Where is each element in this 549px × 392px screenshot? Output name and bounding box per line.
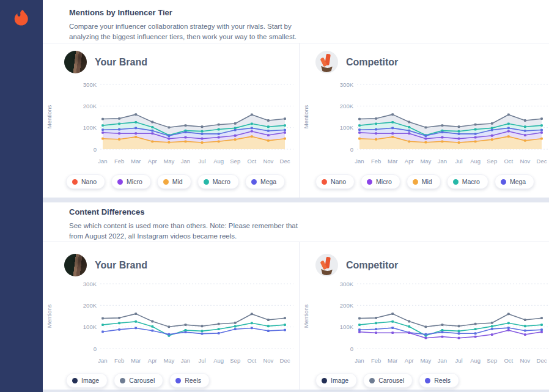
panel-header: Your Brand	[64, 254, 147, 276]
svg-text:Nov: Nov	[520, 357, 530, 364]
section-title: Mentions by Influencer Tier	[69, 8, 549, 17]
svg-text:Oct: Oct	[504, 158, 513, 165]
legend-pill-micro[interactable]: Micro	[111, 174, 151, 189]
svg-text:Jan: Jan	[98, 158, 107, 165]
legend-pill-macro[interactable]: Macro	[447, 174, 488, 189]
svg-text:May: May	[420, 357, 431, 364]
legend-pill-image[interactable]: Image	[66, 373, 108, 388]
svg-text:Jul: Jul	[198, 357, 205, 364]
section-title: Content Differences	[69, 207, 549, 216]
line-chart-your-brand-content[interactable]: 300K200K100K0JanFebMarAprMayJanJulAugSep…	[43, 279, 299, 366]
svg-text:100K: 100K	[83, 124, 97, 131]
svg-text:Jan: Jan	[355, 158, 364, 165]
svg-text:Sep: Sep	[230, 158, 240, 165]
svg-text:Apr: Apr	[405, 357, 414, 364]
section-header-influencer-tier: Mentions by Influencer Tier Compare your…	[43, 0, 549, 43]
card-influencer-tier: Your Brand 300K200K100K0JanFebMarAprMayJ…	[43, 43, 549, 198]
legend-label: Macro	[213, 178, 230, 185]
legend-pill-reels[interactable]: Reels	[419, 373, 459, 388]
legend-dot-icon	[425, 378, 430, 383]
legend-dot-icon	[322, 378, 327, 383]
section-divider	[43, 198, 549, 202]
svg-text:Feb: Feb	[114, 158, 124, 165]
svg-text:100K: 100K	[340, 324, 354, 330]
legend-label: Nano	[81, 178, 97, 185]
svg-text:Jul: Jul	[455, 357, 462, 364]
legend-label: Mid	[422, 178, 432, 185]
svg-text:Jul: Jul	[455, 158, 462, 165]
legend-label: Reels	[434, 377, 451, 384]
panel-your-brand-tiers: Your Brand 300K200K100K0JanFebMarAprMayJ…	[43, 43, 299, 198]
area-chart-your-brand-tiers[interactable]: 300K200K100K0JanFebMarAprMayJanJulAugSep…	[43, 80, 299, 167]
legend-pill-reels[interactable]: Reels	[169, 373, 210, 388]
legend-pill-mega[interactable]: Mega	[495, 174, 534, 189]
area-chart-competitor-tiers[interactable]: 300K200K100K0JanFebMarAprMayJanJulAugSep…	[300, 80, 549, 167]
svg-text:Mentions: Mentions	[46, 105, 53, 128]
legend-pill-carousel[interactable]: Carousel	[363, 373, 413, 388]
svg-text:Apr: Apr	[405, 158, 414, 165]
line-chart-competitor-content[interactable]: 300K200K100K0JanFebMarAprMayJanJulAugSep…	[300, 279, 549, 366]
legend-dot-icon	[117, 179, 123, 185]
legend-pill-mega[interactable]: Mega	[245, 174, 285, 189]
svg-text:Feb: Feb	[371, 158, 381, 165]
svg-text:Dec: Dec	[280, 357, 290, 364]
svg-text:Jan: Jan	[355, 357, 364, 364]
svg-text:May: May	[420, 158, 431, 165]
legend-label: Macro	[462, 178, 480, 185]
svg-text:Aug: Aug	[213, 158, 224, 165]
legend-pill-carousel[interactable]: Carousel	[114, 373, 163, 388]
svg-text:200K: 200K	[340, 103, 354, 109]
svg-text:300K: 300K	[83, 281, 97, 287]
app-logo-flame-icon[interactable]	[9, 8, 34, 32]
svg-text:100K: 100K	[83, 324, 97, 330]
legend-label: Reels	[185, 377, 201, 384]
svg-text:Dec: Dec	[537, 158, 547, 165]
legend-label: Mid	[172, 178, 183, 185]
legend-pill-macro[interactable]: Macro	[197, 174, 239, 189]
svg-text:0: 0	[94, 146, 97, 153]
svg-text:Dec: Dec	[280, 158, 290, 165]
legend-pill-nano[interactable]: Nano	[315, 174, 355, 189]
panel-competitor-content: Competitor 300K200K100K0JanFebMarAprMayJ…	[299, 242, 548, 390]
svg-text:0: 0	[350, 346, 353, 352]
panel-header: Competitor	[315, 254, 398, 276]
legend-label: Nano	[331, 178, 346, 185]
legend-row: NanoMicroMidMacroMega	[66, 174, 285, 189]
svg-text:Jan: Jan	[438, 357, 447, 364]
legend-pill-micro[interactable]: Micro	[361, 174, 400, 189]
svg-text:Jan: Jan	[181, 357, 190, 364]
legend-dot-icon	[453, 179, 459, 185]
svg-text:200K: 200K	[340, 302, 354, 309]
legend-dot-icon	[204, 179, 209, 185]
svg-text:Oct: Oct	[247, 158, 256, 165]
svg-text:Jan: Jan	[438, 158, 447, 165]
legend-pill-mid[interactable]: Mid	[157, 174, 191, 189]
flame-icon	[9, 8, 34, 32]
legend-pill-image[interactable]: Image	[315, 373, 357, 388]
svg-text:100K: 100K	[340, 124, 354, 131]
legend-pill-mid[interactable]: Mid	[407, 174, 441, 189]
cosmetics-products-icon	[315, 254, 338, 276]
legend-dot-icon	[163, 179, 169, 185]
legend-row: NanoMicroMidMacroMega	[315, 174, 534, 189]
legend-label: Mega	[260, 178, 276, 185]
legend-dot-icon	[251, 179, 257, 185]
svg-text:0: 0	[350, 146, 353, 153]
main-content: Mentions by Influencer Tier Compare your…	[43, 0, 549, 392]
svg-text:Oct: Oct	[247, 357, 256, 364]
card-content-differences: Your Brand 300K200K100K0JanFebMarAprMayJ…	[43, 242, 549, 390]
legend-dot-icon	[120, 378, 125, 383]
section-header-content-differences: Content Differences See which content is…	[43, 202, 549, 242]
svg-text:Nov: Nov	[263, 158, 273, 165]
svg-text:Feb: Feb	[114, 357, 124, 364]
panel-title: Your Brand	[95, 260, 147, 271]
legend-dot-icon	[413, 179, 418, 185]
svg-text:300K: 300K	[340, 281, 354, 287]
svg-text:Aug: Aug	[470, 357, 481, 364]
legend-row: ImageCarouselReels	[66, 373, 210, 388]
svg-text:Aug: Aug	[470, 158, 481, 165]
cosmetics-products-icon	[315, 51, 338, 73]
svg-text:Nov: Nov	[520, 158, 530, 165]
svg-text:Nov: Nov	[263, 357, 273, 364]
legend-pill-nano[interactable]: Nano	[66, 174, 105, 189]
